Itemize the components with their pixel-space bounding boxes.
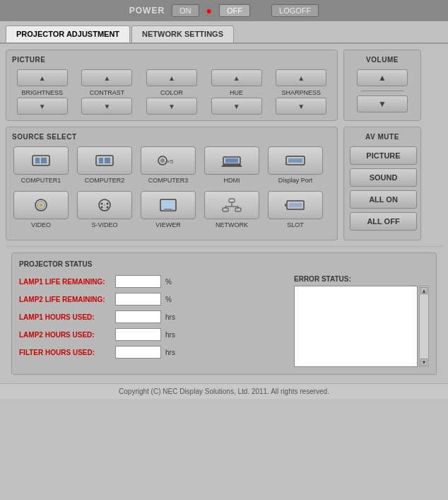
filter-hours-input[interactable] [115, 346, 161, 359]
source-viewer-button[interactable]: VIEWER [139, 191, 197, 228]
lamp2-life-label: LAMP2 LIFE REMAINING: [19, 296, 111, 303]
contrast-control: ▲ CONTRAST ▼ [81, 69, 132, 115]
footer-text: Copyright (C) NEC Display Solutions, Ltd… [119, 388, 329, 395]
lamp1-life-row: LAMP1 LIFE REMAINING: % [19, 275, 280, 288]
volume-panel: VOLUME ▲ ▼ [343, 50, 421, 121]
filter-hours-label: FILTER HOURS USED: [19, 349, 111, 356]
lamp1-life-input[interactable] [115, 275, 161, 288]
hdmi-icon [204, 146, 259, 175]
av-all-off-button[interactable]: ALL OFF [350, 212, 417, 231]
av-mute-title: AV MUTE [350, 133, 415, 141]
brightness-down-button[interactable]: ▼ [17, 98, 68, 115]
status-panel-title: PROJECTOR STATUS [19, 260, 429, 268]
lamp1-hours-label: LAMP1 HOURS USED: [19, 313, 111, 321]
computer2-icon [77, 146, 132, 175]
sharpness-up-button[interactable]: ▲ [276, 69, 326, 86]
svg-rect-36 [289, 203, 302, 207]
viewer-label: VIEWER [155, 221, 181, 228]
lamp1-hours-input[interactable] [115, 310, 161, 323]
network-icon [204, 191, 259, 219]
source-displayport-button[interactable]: Display Port [266, 146, 324, 184]
hue-label: HUE [230, 89, 243, 96]
source-grid: COMPUTER1 COMPUTER2 [12, 146, 331, 228]
lamp2-hours-row: LAMP2 HOURS USED: hrs [19, 328, 280, 341]
error-section: ERROR STATUS: ▲ ▼ [294, 275, 429, 367]
svg-rect-1 [35, 158, 40, 163]
color-down-button[interactable]: ▼ [146, 98, 197, 115]
source-computer1-button[interactable]: COMPUTER1 [12, 146, 70, 184]
lamp2-hours-input[interactable] [115, 328, 161, 341]
source-svideo-button[interactable]: S-VIDEO [76, 191, 134, 228]
error-box-wrapper: ▲ ▼ [294, 286, 429, 367]
svg-point-7 [160, 158, 165, 163]
volume-down-button[interactable]: ▼ [357, 95, 408, 112]
av-mute-panel: AV MUTE PICTURE SOUND ALL ON ALL OFF [343, 127, 421, 240]
picture-controls: ▲ BRIGHTNESS ▼ ▲ CONTRAST ▼ ▲ COLOR ▼ ▲ … [12, 69, 331, 115]
power-on-button[interactable]: ON [172, 4, 199, 17]
filter-hours-row: FILTER HOURS USED: hrs [19, 346, 280, 359]
av-picture-button[interactable]: PICTURE [350, 146, 417, 165]
status-fields: LAMP1 LIFE REMAINING: % LAMP2 LIFE REMAI… [19, 275, 280, 367]
svg-rect-5 [105, 158, 110, 163]
computer1-icon [13, 146, 69, 175]
source-computer3-button[interactable]: ×5 COMPUTER3 [139, 146, 197, 184]
hue-down-button[interactable]: ▼ [211, 98, 262, 115]
computer3-label: COMPUTER3 [148, 177, 189, 184]
hue-up-button[interactable]: ▲ [211, 69, 262, 86]
tab-network-settings[interactable]: NETWORK SETTINGS [131, 25, 234, 42]
power-label: POWER [129, 6, 165, 16]
error-status-textarea[interactable] [294, 286, 418, 367]
viewer-icon [141, 191, 196, 219]
color-control: ▲ COLOR ▼ [146, 69, 197, 115]
picture-panel-title: PICTURE [12, 56, 331, 64]
svg-point-18 [40, 204, 42, 206]
svg-rect-13 [288, 158, 302, 163]
power-off-button[interactable]: OFF [219, 4, 250, 17]
svg-rect-26 [162, 202, 175, 209]
displayport-icon [268, 146, 323, 175]
av-sound-button[interactable]: SOUND [350, 168, 417, 187]
svg-point-23 [107, 207, 109, 209]
contrast-down-button[interactable]: ▼ [81, 98, 132, 115]
source-network-button[interactable]: NETWORK [203, 191, 261, 228]
source-video-button[interactable]: VIDEO [12, 191, 70, 228]
lamp2-hours-label: LAMP2 HOURS USED: [19, 331, 111, 339]
color-up-button[interactable]: ▲ [146, 69, 197, 86]
av-all-on-button[interactable]: ALL ON [350, 190, 417, 209]
source-slot-button[interactable]: SLOT [266, 191, 324, 228]
svg-text:×5: ×5 [167, 158, 174, 165]
source-panel: SOURCE SELECT COMPUTER1 [6, 127, 338, 240]
power-indicator: ● [206, 5, 212, 16]
lamp2-life-input[interactable] [115, 293, 161, 306]
svg-rect-30 [235, 208, 241, 211]
lamp2-life-row: LAMP2 LIFE REMAINING: % [19, 293, 280, 306]
slot-label: SLOT [287, 221, 304, 228]
scroll-down-arrow[interactable]: ▼ [420, 359, 428, 366]
volume-up-button[interactable]: ▲ [357, 69, 408, 86]
svg-rect-10 [225, 158, 238, 163]
picture-panel: PICTURE ▲ BRIGHTNESS ▼ ▲ CONTRAST ▼ ▲ CO… [6, 50, 338, 121]
top-bar: POWER ON ● OFF LOGOFF [0, 0, 448, 21]
svg-rect-37 [285, 204, 288, 207]
source-computer2-button[interactable]: COMPUTER2 [76, 146, 134, 184]
status-panel: PROJECTOR STATUS LAMP1 LIFE REMAINING: %… [11, 252, 437, 375]
svideo-icon [77, 191, 132, 219]
color-label: COLOR [160, 89, 183, 96]
scroll-up-arrow[interactable]: ▲ [420, 287, 428, 294]
sharpness-control: ▲ SHARPNESS ▼ [276, 69, 326, 115]
lamp1-hours-unit: hrs [165, 313, 175, 321]
tab-projector-adjustment[interactable]: PROJECTOR ADJUSTMENT [6, 25, 130, 42]
network-label: NETWORK [216, 221, 248, 228]
source-hdmi-button[interactable]: HDMI [203, 146, 261, 184]
contrast-up-button[interactable]: ▲ [81, 69, 132, 86]
video-label: VIDEO [31, 221, 51, 228]
svg-point-24 [104, 204, 105, 206]
tab-bar: PROJECTOR ADJUSTMENT NETWORK SETTINGS [0, 21, 448, 44]
error-scrollbar[interactable]: ▲ ▼ [419, 286, 429, 367]
sharpness-down-button[interactable]: ▼ [276, 98, 326, 115]
svg-point-22 [101, 207, 103, 209]
source-panel-title: SOURCE SELECT [12, 133, 331, 141]
logoff-button[interactable]: LOGOFF [271, 4, 319, 17]
volume-divider [361, 91, 403, 91]
brightness-up-button[interactable]: ▲ [17, 69, 68, 86]
